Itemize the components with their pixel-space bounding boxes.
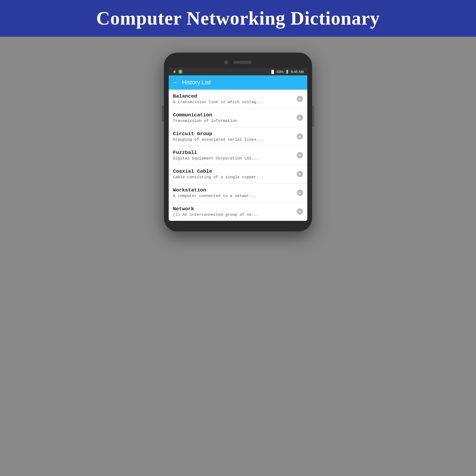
usb-icon: ⚡ — [172, 70, 177, 74]
phone-screen: ⚡ ▐▌ 53% 🔋 9:45 AM ← History List — [169, 68, 307, 221]
back-button[interactable]: ← — [173, 79, 179, 86]
item-title: Circuit Group — [173, 131, 294, 137]
item-text: Fuzzball Digital Equipment Corporation L… — [173, 150, 297, 161]
item-title: Network — [173, 206, 294, 212]
phone-side-button-right — [312, 106, 314, 127]
item-description: Transmission of information — [173, 119, 294, 123]
signal-icon: ▐▌ — [270, 70, 275, 74]
list-item[interactable]: Network (1) An interconnected group of n… — [169, 202, 307, 221]
network-icon — [178, 70, 182, 74]
item-text: Communication Transmission of informatio… — [173, 112, 297, 123]
status-left: ⚡ — [172, 70, 182, 74]
remove-icon: × — [299, 97, 301, 101]
phone-shell: ⚡ ▐▌ 53% 🔋 9:45 AM ← History List — [164, 53, 312, 231]
item-text: Circuit Group Grouping of associated ser… — [173, 131, 297, 142]
remove-button[interactable]: × — [297, 96, 303, 102]
item-text: Coaxial Cable Cable consisting of a sing… — [173, 168, 297, 180]
status-bar: ⚡ ▐▌ 53% 🔋 9:45 AM — [169, 68, 307, 75]
network-icon-inner — [179, 71, 181, 73]
phone-speaker — [233, 61, 252, 64]
phone-side-button-left — [162, 106, 164, 121]
item-text: Network (1) An interconnected group of n… — [173, 206, 297, 217]
phone-camera — [224, 61, 228, 64]
remove-icon: × — [299, 153, 301, 157]
remove-button[interactable]: × — [297, 208, 303, 215]
app-title: Computer Networking Dictionary — [96, 8, 380, 29]
battery-level: 53% — [277, 70, 283, 74]
item-description: (1) An interconnected group of no... — [173, 213, 294, 217]
remove-icon: × — [299, 116, 301, 120]
remove-button[interactable]: × — [297, 115, 303, 121]
item-description: A computer connected to a networ... — [173, 194, 294, 198]
clock: 9:45 AM — [291, 70, 304, 74]
item-title: Communication — [173, 112, 294, 118]
toolbar-title: History List — [182, 79, 211, 86]
list-item[interactable]: Workstation A computer connected to a ne… — [169, 184, 307, 202]
content-area: ⚡ ▐▌ 53% 🔋 9:45 AM ← History List — [0, 37, 476, 476]
remove-icon: × — [299, 191, 301, 195]
remove-icon: × — [299, 135, 301, 139]
list-item[interactable]: Balanced A transmission line in which vo… — [169, 90, 307, 108]
phone-top — [169, 61, 307, 64]
app-toolbar: ← History List — [169, 75, 307, 90]
item-description: Cable consisting of a single copper... — [173, 175, 294, 180]
remove-icon: × — [299, 210, 301, 214]
top-banner: Computer Networking Dictionary — [0, 0, 476, 37]
item-description: Digital Equipment Corporation LSI... — [173, 156, 294, 161]
remove-button[interactable]: × — [297, 152, 303, 158]
item-title: Fuzzball — [173, 150, 294, 155]
item-title: Coaxial Cable — [173, 168, 294, 174]
status-right: ▐▌ 53% 🔋 9:45 AM — [270, 70, 304, 74]
list-item[interactable]: Coaxial Cable Cable consisting of a sing… — [169, 165, 307, 184]
history-list: Balanced A transmission line in which vo… — [169, 90, 307, 221]
battery-icon: 🔋 — [285, 70, 289, 74]
remove-icon: × — [299, 172, 301, 176]
item-description: A transmission line in which voltag... — [173, 100, 294, 104]
item-title: Workstation — [173, 187, 294, 193]
list-item[interactable]: Communication Transmission of informatio… — [169, 108, 307, 127]
item-title: Balanced — [173, 93, 294, 99]
remove-button[interactable]: × — [297, 133, 303, 140]
list-item[interactable]: Fuzzball Digital Equipment Corporation L… — [169, 146, 307, 165]
remove-button[interactable]: × — [297, 171, 303, 177]
item-description: Grouping of associated serial lines... — [173, 138, 294, 142]
list-item[interactable]: Circuit Group Grouping of associated ser… — [169, 127, 307, 146]
item-text: Workstation A computer connected to a ne… — [173, 187, 297, 198]
remove-button[interactable]: × — [297, 190, 303, 196]
item-text: Balanced A transmission line in which vo… — [173, 93, 297, 104]
